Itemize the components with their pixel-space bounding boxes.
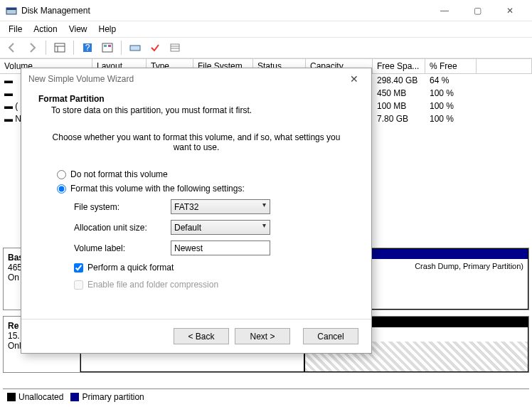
maximize-button[interactable]: ▢ bbox=[461, 0, 494, 21]
close-button[interactable]: ✕ bbox=[494, 0, 526, 21]
label-quick-format: Perform a quick format bbox=[87, 263, 174, 273]
select-filesystem[interactable]: FAT32 bbox=[171, 199, 270, 214]
list-icon[interactable] bbox=[167, 40, 183, 56]
svg-rect-9 bbox=[108, 45, 111, 47]
label-compression: Enable file and folder compression bbox=[87, 280, 218, 290]
label-filesystem: File system: bbox=[74, 202, 171, 212]
back-button[interactable]: < Back bbox=[174, 328, 229, 344]
panel-icon[interactable] bbox=[52, 40, 68, 56]
input-volume-label[interactable] bbox=[171, 240, 270, 255]
cell-free: 100 MB bbox=[373, 101, 425, 111]
svg-rect-1 bbox=[6, 8, 16, 10]
radio-format[interactable] bbox=[57, 184, 66, 194]
refresh-icon[interactable] bbox=[127, 40, 143, 56]
dialog-subheading: To store data on this partition, you mus… bbox=[38, 104, 354, 115]
cell-free: 7.80 GB bbox=[373, 114, 425, 124]
dialog-instruction: Choose whether you want to format this v… bbox=[43, 132, 350, 165]
col-pct-free[interactable]: % Free bbox=[425, 59, 477, 73]
svg-text:?: ? bbox=[85, 43, 90, 53]
check-icon[interactable] bbox=[147, 40, 163, 56]
svg-rect-8 bbox=[104, 45, 107, 47]
legend-primary: Primary partition bbox=[82, 392, 144, 402]
cell-free: 298.40 GB bbox=[373, 75, 425, 85]
app-icon bbox=[6, 5, 17, 16]
menu-bar: File Action View Help bbox=[0, 21, 532, 37]
label-format: Format this volume with the following se… bbox=[70, 184, 245, 194]
cell-pctfree: 100 % bbox=[425, 88, 477, 98]
legend-unallocated: Unallocated bbox=[18, 392, 63, 402]
cell-pctfree: 64 % bbox=[425, 75, 477, 85]
titlebar: Disk Management — ▢ ✕ bbox=[0, 0, 532, 21]
forward-icon bbox=[24, 40, 40, 56]
menu-action[interactable]: Action bbox=[28, 23, 63, 36]
cancel-button[interactable]: Cancel bbox=[303, 328, 358, 344]
window-title: Disk Management bbox=[21, 6, 428, 16]
help-icon[interactable]: ? bbox=[80, 40, 95, 56]
cell-pctfree: 100 % bbox=[425, 114, 477, 124]
label-volume-label: Volume label: bbox=[74, 243, 171, 253]
svg-rect-7 bbox=[102, 43, 112, 52]
checkbox-compression bbox=[74, 280, 83, 290]
cell-free: 450 MB bbox=[373, 88, 425, 98]
menu-file[interactable]: File bbox=[3, 23, 28, 36]
dialog-title: New Simple Volume Wizard bbox=[28, 74, 344, 84]
radio-no-format[interactable] bbox=[57, 170, 66, 179]
col-free-space[interactable]: Free Spa... bbox=[373, 59, 425, 73]
minimize-button[interactable]: — bbox=[428, 0, 461, 21]
label-allocation: Allocation unit size: bbox=[74, 223, 171, 233]
settings-icon[interactable] bbox=[100, 40, 115, 56]
wizard-dialog: New Simple Volume Wizard ✕ Format Partit… bbox=[21, 68, 372, 354]
svg-rect-2 bbox=[55, 43, 65, 52]
back-icon bbox=[4, 40, 20, 56]
legend: Unallocated Primary partition bbox=[3, 388, 529, 404]
dialog-close-icon[interactable]: ✕ bbox=[344, 73, 364, 85]
label-no-format: Do not format this volume bbox=[70, 169, 168, 179]
menu-view[interactable]: View bbox=[63, 23, 93, 36]
checkbox-quick-format[interactable] bbox=[74, 263, 83, 273]
svg-rect-10 bbox=[130, 46, 140, 51]
menu-help[interactable]: Help bbox=[93, 23, 122, 36]
svg-rect-11 bbox=[171, 44, 179, 51]
dialog-heading: Format Partition bbox=[38, 94, 105, 104]
toolbar: ? bbox=[0, 37, 532, 58]
select-allocation[interactable]: Default bbox=[171, 220, 270, 235]
cell-pctfree: 100 % bbox=[425, 101, 477, 111]
next-button[interactable]: Next > bbox=[235, 328, 290, 344]
